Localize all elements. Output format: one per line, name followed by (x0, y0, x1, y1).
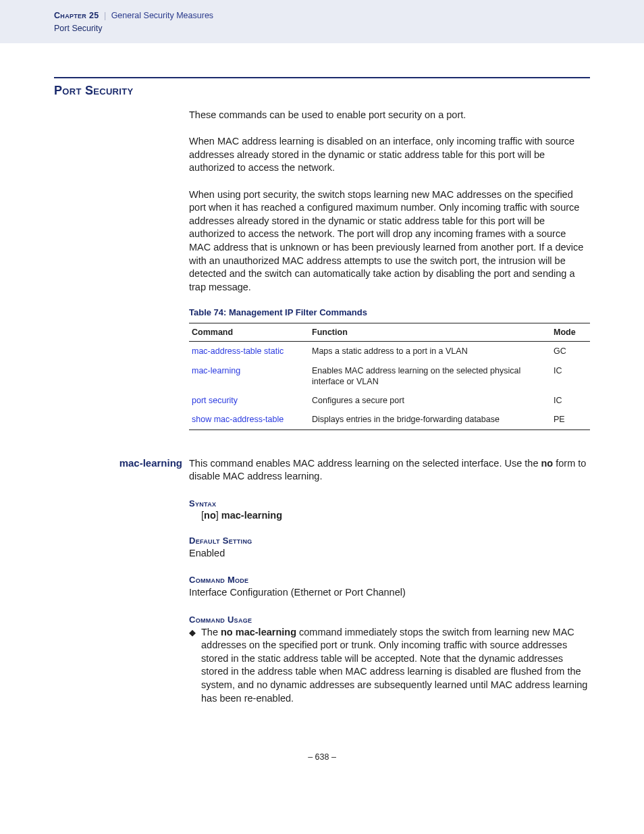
text: The (201, 627, 221, 637)
table-row: port security Configures a secure port I… (189, 391, 590, 410)
text-bold: no (541, 458, 553, 469)
default-setting-label: Default Setting (189, 536, 590, 546)
page-number: – 638 – (0, 752, 644, 782)
section-heading: Port Security (54, 84, 590, 98)
chapter-label: Chapter 25 (54, 11, 99, 20)
text: ] (216, 510, 221, 521)
table-row: mac-address-table static Maps a static a… (189, 342, 590, 361)
table-cell-mode: GC (551, 342, 590, 361)
text-bold: no (204, 510, 216, 521)
default-setting-value: Enabled (189, 547, 590, 561)
table-cell-mode: PE (551, 410, 590, 429)
table-header-command: Command (189, 323, 309, 342)
breadcrumb-subtitle: Port Security (54, 22, 644, 35)
section-rule (54, 77, 590, 78)
bullet-icon: ◆ (189, 626, 196, 640)
command-usage-label: Command Usage (189, 615, 590, 625)
table-cell-function: Enables MAC address learning on the sele… (309, 361, 551, 392)
table-header-function: Function (309, 323, 551, 342)
table-cell-mode: IC (551, 391, 590, 410)
page-content: Port Security These commands can be used… (54, 77, 590, 706)
table-cell-function: Maps a static address to a port in a VLA… (309, 342, 551, 361)
syntax-label: Syntax (189, 498, 590, 509)
text: This command enables MAC address learnin… (189, 458, 541, 469)
command-detail: mac-learning This command enables MAC ad… (54, 457, 590, 706)
breadcrumb-separator: | (101, 11, 109, 20)
syntax-line: [no] mac-learning (201, 510, 590, 521)
commands-table: Command Function Mode mac-address-table … (189, 323, 590, 429)
text-bold: no mac-learning (221, 627, 296, 637)
command-mode-value: Interface Configuration (Ethernet or Por… (189, 586, 590, 600)
table-cell-mode: IC (551, 361, 590, 392)
command-link[interactable]: mac-learning (192, 366, 240, 375)
paragraph: When using port security, the switch sto… (189, 188, 590, 294)
table-cell-function: Configures a secure port (309, 391, 551, 410)
breadcrumb-title: General Security Measures (111, 11, 213, 20)
command-side-label: mac-learning (54, 457, 189, 706)
paragraph: When MAC address learning is disabled on… (189, 135, 590, 175)
command-intro: This command enables MAC address learnin… (189, 457, 590, 484)
table-caption: Table 74: Management IP Filter Commands (189, 307, 590, 317)
bullet-item: ◆ The no mac-learning command immediatel… (189, 626, 590, 705)
text-bold: mac-learning (221, 510, 282, 521)
table-header-mode: Mode (551, 323, 590, 342)
bullet-text: The no mac-learning command immediately … (201, 626, 590, 705)
table-row: mac-learning Enables MAC address learnin… (189, 361, 590, 392)
command-link[interactable]: show mac-address-table (192, 415, 284, 424)
page-header: Chapter 25 | General Security Measures P… (0, 0, 644, 43)
command-mode-label: Command Mode (189, 575, 590, 585)
table-row: show mac-address-table Displays entries … (189, 410, 590, 429)
text: command immediately stops the switch fro… (201, 627, 587, 704)
paragraph: These commands can be used to enable por… (189, 109, 590, 122)
command-link[interactable]: port security (192, 396, 238, 405)
command-link[interactable]: mac-address-table static (192, 346, 284, 356)
table-cell-function: Displays entries in the bridge-forwardin… (309, 410, 551, 429)
